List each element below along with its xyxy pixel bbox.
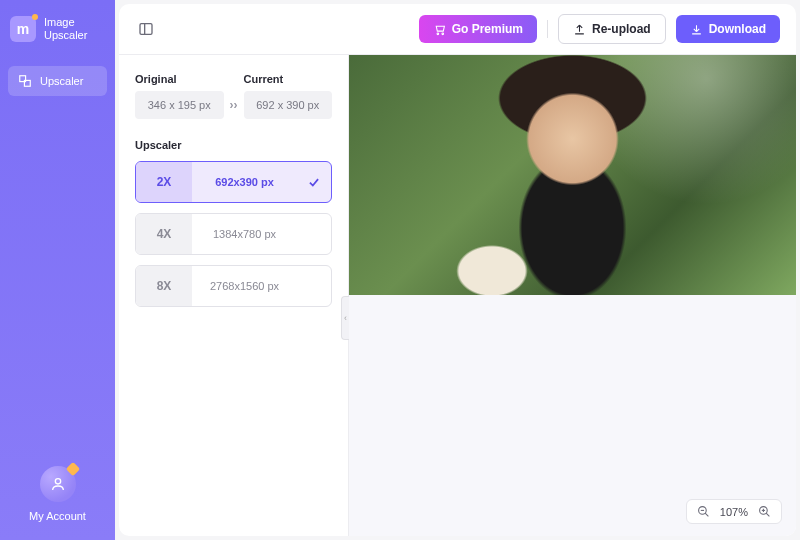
scale-option-2x[interactable]: 2X 692x390 px: [135, 161, 332, 203]
current-dim: 692 x 390 px: [244, 91, 333, 119]
user-icon: [50, 476, 66, 492]
svg-line-11: [766, 513, 769, 516]
svg-line-8: [705, 513, 708, 516]
svg-point-5: [437, 33, 439, 35]
panel-toggle[interactable]: [135, 18, 157, 40]
scale-mult: 2X: [136, 162, 192, 202]
content: Original 346 x 195 px ›› Current 692 x 3…: [119, 55, 796, 536]
account-label: My Account: [29, 510, 86, 522]
sidebar-nav: Upscaler: [0, 58, 115, 104]
main: Go Premium Re-upload Download Original 3…: [119, 4, 796, 536]
scale-mult: 4X: [136, 214, 192, 254]
scale-dim: 2768x1560 px: [192, 280, 297, 292]
section-label: Upscaler: [135, 139, 332, 151]
scale-option-8x[interactable]: 8X 2768x1560 px: [135, 265, 332, 307]
scale-dim: 692x390 px: [192, 176, 297, 188]
image-area[interactable]: [349, 55, 796, 295]
sidebar-item-upscaler[interactable]: Upscaler: [8, 66, 107, 96]
divider: [547, 20, 548, 38]
original-col: Original 346 x 195 px: [135, 73, 224, 119]
scale-dim: 1384x780 px: [192, 228, 297, 240]
zoom-in-icon[interactable]: [758, 505, 771, 518]
sidebar: m Image Upscaler Upscaler My Account: [0, 0, 115, 540]
download-icon: [690, 23, 703, 36]
panel-collapse-handle[interactable]: ‹: [341, 296, 349, 340]
download-label: Download: [709, 22, 766, 36]
svg-point-6: [442, 33, 444, 35]
preview-image: [349, 55, 796, 295]
download-button[interactable]: Download: [676, 15, 780, 43]
settings-panel: Original 346 x 195 px ›› Current 692 x 3…: [119, 55, 349, 536]
scale-mult: 8X: [136, 266, 192, 306]
sidebar-toggle-icon: [138, 21, 154, 37]
app-root: m Image Upscaler Upscaler My Account G: [0, 0, 800, 540]
topbar: Go Premium Re-upload Download: [119, 4, 796, 55]
current-label: Current: [244, 73, 333, 85]
svg-rect-3: [140, 24, 152, 35]
original-dim: 346 x 195 px: [135, 91, 224, 119]
reupload-button[interactable]: Re-upload: [558, 14, 666, 44]
upscaler-icon: [18, 74, 32, 88]
sidebar-item-label: Upscaler: [40, 75, 83, 87]
svg-point-2: [55, 479, 60, 484]
account-section[interactable]: My Account: [0, 448, 115, 540]
check-icon: [297, 175, 331, 189]
premium-label: Go Premium: [452, 22, 523, 36]
go-premium-button[interactable]: Go Premium: [419, 15, 537, 43]
avatar: [40, 466, 76, 502]
reupload-label: Re-upload: [592, 22, 651, 36]
scale-option-4x[interactable]: 4X 1384x780 px: [135, 213, 332, 255]
arrow-icon: ››: [230, 80, 238, 112]
zoom-out-icon[interactable]: [697, 505, 710, 518]
app-name: Image Upscaler: [44, 16, 87, 42]
cart-icon: [433, 23, 446, 36]
current-col: Current 692 x 390 px: [244, 73, 333, 119]
logo-icon: m: [10, 16, 36, 42]
logo: m Image Upscaler: [0, 0, 115, 58]
original-label: Original: [135, 73, 224, 85]
preview-area: ‹ 107%: [349, 55, 796, 536]
upload-icon: [573, 23, 586, 36]
zoom-controls: 107%: [686, 499, 782, 524]
zoom-level: 107%: [720, 506, 748, 518]
dimensions-row: Original 346 x 195 px ›› Current 692 x 3…: [135, 73, 332, 119]
